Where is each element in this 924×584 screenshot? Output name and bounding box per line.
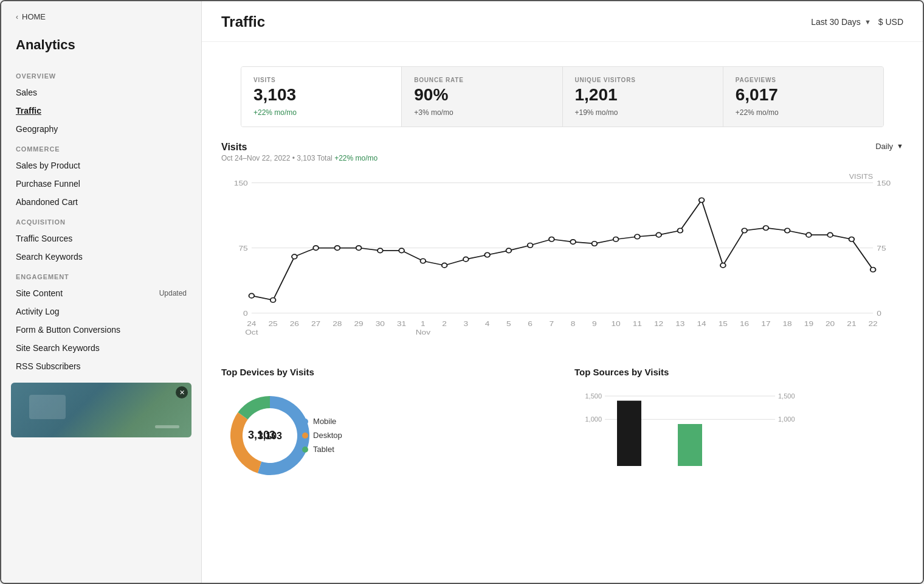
sidebar-section-label: ENGAGEMENT	[1, 266, 201, 284]
legend-item: Mobile	[302, 417, 342, 426]
sidebar-item-geography[interactable]: Geography	[1, 120, 201, 138]
donut-total: 3,103	[248, 429, 275, 442]
sidebar-item-label: Sales by Product	[16, 161, 80, 170]
svg-text:31: 31	[397, 319, 406, 328]
sidebar-item-label: Geography	[16, 124, 58, 134]
top-sources-title: Top Sources by Visits	[574, 367, 903, 377]
sidebar-item-form-button-conversions[interactable]: Form & Button Conversions	[1, 321, 201, 339]
page-title: Traffic	[221, 13, 265, 30]
svg-text:0: 0	[243, 309, 248, 318]
svg-text:16: 16	[740, 319, 749, 328]
stat-value: 3,103	[253, 86, 389, 105]
sidebar-item-site-content[interactable]: Site ContentUpdated	[1, 284, 201, 302]
svg-point-29	[678, 228, 683, 233]
app-window: ‹ HOME Analytics OVERVIEWSalesTrafficGeo…	[0, 0, 924, 584]
svg-point-38	[871, 267, 876, 272]
svg-text:0: 0	[877, 309, 881, 318]
svg-text:26: 26	[290, 319, 299, 328]
svg-point-33	[764, 226, 769, 231]
svg-text:14: 14	[697, 319, 706, 328]
legend-item: Tablet	[302, 445, 342, 454]
bottom-section: Top Devices by Visits 3,103 3,103 Mobile…	[202, 352, 923, 499]
svg-point-32	[742, 228, 747, 233]
top-sources-card: Top Sources by Visits 1,0001,0001,5001,5…	[550, 367, 903, 487]
legend-dot	[302, 433, 308, 439]
svg-text:18: 18	[783, 319, 792, 328]
svg-point-24	[570, 240, 576, 245]
svg-point-27	[635, 234, 640, 239]
svg-text:13: 13	[675, 319, 684, 328]
svg-text:11: 11	[633, 319, 642, 328]
date-filter-dropdown[interactable]: Last 30 Days ▼	[811, 17, 871, 27]
stat-value: 6,017	[736, 86, 871, 105]
legend-dot	[302, 447, 308, 453]
sidebar-item-activity-log[interactable]: Activity Log	[1, 302, 201, 321]
sidebar-item-label: Traffic Sources	[16, 234, 72, 243]
stat-card-unique-visitors: UNIQUE VISITORS 1,201 +19% mo/mo	[563, 67, 723, 127]
svg-text:20: 20	[826, 319, 835, 328]
chart-title-area: Visits Oct 24–Nov 22, 2022 • 3,103 Total…	[221, 142, 378, 162]
svg-text:75: 75	[877, 244, 886, 252]
svg-point-13	[335, 246, 340, 251]
svg-text:1: 1	[421, 319, 426, 328]
stat-change: +19% mo/mo	[575, 108, 711, 117]
sidebar-item-label: Purchase Funnel	[16, 179, 80, 189]
svg-text:7: 7	[550, 319, 554, 328]
sidebar-item-sales[interactable]: Sales	[1, 83, 201, 102]
sidebar-item-search-keywords[interactable]: Search Keywords	[1, 248, 201, 266]
svg-text:30: 30	[376, 319, 385, 328]
stat-label: UNIQUE VISITORS	[575, 77, 711, 83]
currency-label: $ USD	[878, 17, 903, 27]
sidebar-item-abandoned-cart[interactable]: Abandoned Cart	[1, 193, 201, 211]
sidebar-section-label: ACQUISITION	[1, 211, 201, 229]
svg-text:Oct: Oct	[245, 328, 258, 336]
svg-text:15: 15	[719, 319, 728, 328]
svg-text:1,500: 1,500	[585, 392, 602, 400]
svg-text:4: 4	[485, 319, 490, 328]
sidebar-item-badge: Updated	[159, 289, 187, 297]
svg-text:21: 21	[847, 319, 856, 328]
svg-point-19	[463, 257, 469, 262]
svg-text:1,000: 1,000	[778, 415, 795, 423]
sidebar-item-label: Sales	[16, 88, 37, 97]
svg-text:Nov: Nov	[416, 328, 431, 336]
sidebar-item-purchase-funnel[interactable]: Purchase Funnel	[1, 175, 201, 193]
svg-text:1,500: 1,500	[778, 392, 795, 400]
stat-label: VISITS	[253, 77, 389, 83]
stat-change: +22% mo/mo	[253, 108, 389, 117]
sidebar-item-sales-by-product[interactable]: Sales by Product	[1, 156, 201, 175]
sidebar-item-traffic-sources[interactable]: Traffic Sources	[1, 229, 201, 248]
stat-card-pageviews: PAGEVIEWS 6,017 +22% mo/mo	[723, 67, 883, 127]
stat-label: BOUNCE RATE	[414, 77, 550, 83]
sidebar-section-label: OVERVIEW	[1, 65, 201, 83]
svg-point-14	[356, 246, 362, 251]
svg-point-37	[849, 237, 855, 242]
svg-text:10: 10	[612, 319, 621, 328]
stat-card-visits: VISITS 3,103 +22% mo/mo	[241, 67, 402, 127]
legend-label: Desktop	[313, 431, 342, 440]
svg-point-11	[292, 254, 297, 259]
sidebar-item-label: Abandoned Cart	[16, 197, 78, 207]
close-thumbnail-button[interactable]: ✕	[176, 386, 188, 398]
sidebar-item-label: Search Keywords	[16, 252, 83, 262]
svg-rect-79	[617, 400, 641, 465]
sidebar-item-label: Activity Log	[16, 307, 60, 316]
stat-change: +22% mo/mo	[736, 108, 871, 117]
chart-granularity-selector[interactable]: Daily ▼	[875, 142, 903, 151]
visits-line-chart: 00757515015024Oct252627282930311Nov23456…	[221, 170, 903, 352]
home-link[interactable]: ‹ HOME	[1, 1, 201, 27]
stat-label: PAGEVIEWS	[736, 77, 871, 83]
svg-point-20	[484, 252, 490, 257]
visits-chart-container: 00757515015024Oct252627282930311Nov23456…	[221, 170, 903, 352]
svg-text:9: 9	[592, 319, 597, 328]
sidebar-title: Analytics	[1, 27, 201, 65]
stat-change: +3% mo/mo	[414, 108, 550, 117]
sidebar-item-traffic[interactable]: Traffic	[1, 102, 201, 120]
sidebar-item-rss-subscribers[interactable]: RSS Subscribers	[1, 357, 201, 375]
svg-text:28: 28	[333, 319, 342, 328]
sidebar-item-site-search-keywords[interactable]: Site Search Keywords	[1, 339, 201, 357]
visits-chart-section: Visits Oct 24–Nov 22, 2022 • 3,103 Total…	[202, 127, 923, 352]
sources-bar-svg: 1,0001,0001,5001,500	[574, 387, 805, 484]
svg-point-25	[592, 241, 598, 246]
svg-text:29: 29	[354, 319, 364, 328]
